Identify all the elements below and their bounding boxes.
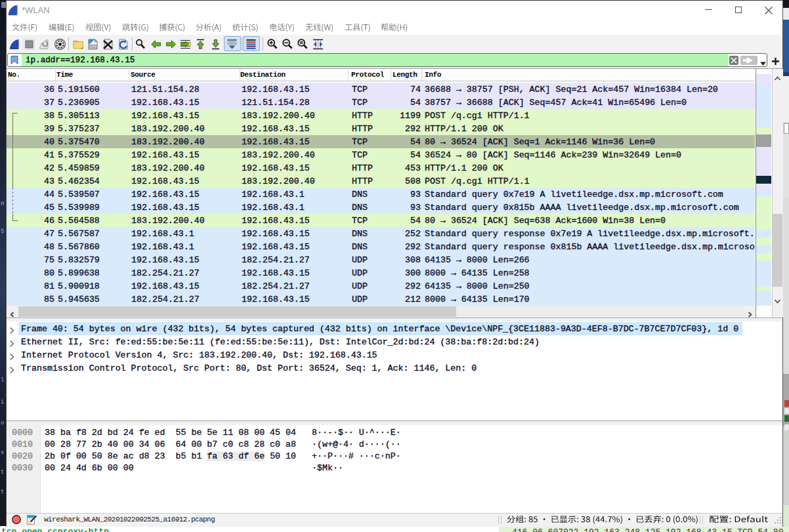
svg-text:010: 010: [90, 45, 96, 49]
